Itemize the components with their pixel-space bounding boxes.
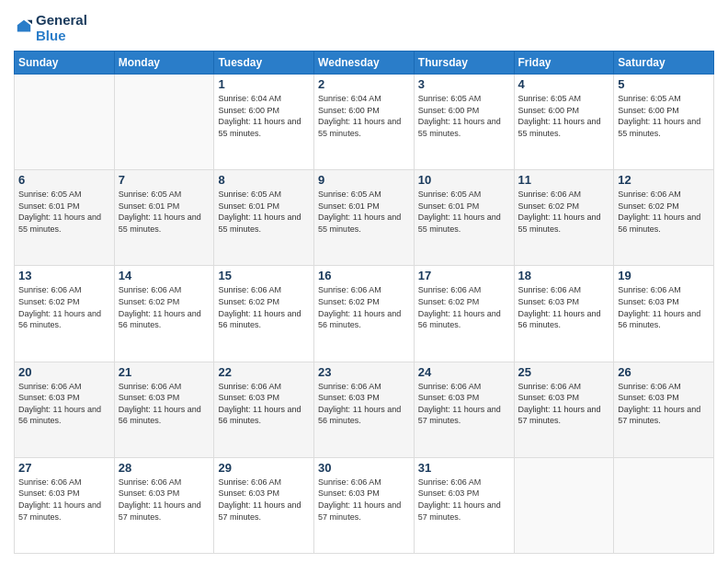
header-sunday: Sunday <box>15 52 115 75</box>
calendar-cell: 23Sunrise: 6:06 AMSunset: 6:03 PMDayligh… <box>314 362 415 457</box>
calendar-cell <box>514 457 614 553</box>
day-number: 31 <box>418 461 510 475</box>
day-number: 11 <box>518 173 610 187</box>
header-wednesday: Wednesday <box>314 52 415 75</box>
logo-line1: General <box>36 13 87 29</box>
calendar-row: 13Sunrise: 6:06 AMSunset: 6:02 PMDayligh… <box>15 266 714 362</box>
calendar-cell: 14Sunrise: 6:06 AMSunset: 6:02 PMDayligh… <box>114 266 214 362</box>
calendar-cell: 25Sunrise: 6:06 AMSunset: 6:03 PMDayligh… <box>514 362 614 457</box>
calendar-cell: 3Sunrise: 6:05 AMSunset: 6:00 PMDaylight… <box>414 75 514 170</box>
day-number: 2 <box>318 77 410 91</box>
header-friday: Friday <box>514 52 614 75</box>
calendar-row: 1Sunrise: 6:04 AMSunset: 6:00 PMDaylight… <box>15 75 714 170</box>
cell-info: Sunrise: 6:06 AMSunset: 6:03 PMDaylight:… <box>518 284 610 330</box>
page: General Blue SundayMondayTuesdayWednesda… <box>0 0 728 563</box>
calendar-cell: 28Sunrise: 6:06 AMSunset: 6:03 PMDayligh… <box>114 457 214 553</box>
cell-info: Sunrise: 6:06 AMSunset: 6:03 PMDaylight:… <box>119 381 210 427</box>
calendar-header-row: SundayMondayTuesdayWednesdayThursdayFrid… <box>15 52 714 75</box>
calendar-row: 20Sunrise: 6:06 AMSunset: 6:03 PMDayligh… <box>15 362 714 457</box>
day-number: 17 <box>418 269 510 282</box>
calendar-cell: 2Sunrise: 6:04 AMSunset: 6:00 PMDaylight… <box>314 75 415 170</box>
day-number: 10 <box>418 173 510 187</box>
calendar-cell: 24Sunrise: 6:06 AMSunset: 6:03 PMDayligh… <box>414 362 514 457</box>
day-number: 9 <box>318 173 410 187</box>
logo: General Blue <box>14 13 87 43</box>
day-number: 6 <box>18 173 110 187</box>
day-number: 28 <box>119 461 210 475</box>
calendar-cell: 29Sunrise: 6:06 AMSunset: 6:03 PMDayligh… <box>214 457 314 553</box>
day-number: 30 <box>318 461 410 475</box>
calendar-cell: 4Sunrise: 6:05 AMSunset: 6:00 PMDaylight… <box>514 75 614 170</box>
header: General Blue <box>14 9 714 43</box>
calendar-row: 27Sunrise: 6:06 AMSunset: 6:03 PMDayligh… <box>15 457 714 553</box>
day-number: 3 <box>418 77 510 91</box>
calendar-cell <box>15 75 115 170</box>
day-number: 12 <box>618 173 710 187</box>
day-number: 21 <box>119 365 210 379</box>
cell-info: Sunrise: 6:06 AMSunset: 6:03 PMDaylight:… <box>418 381 510 427</box>
cell-info: Sunrise: 6:06 AMSunset: 6:03 PMDaylight:… <box>318 477 410 523</box>
day-number: 1 <box>218 77 310 91</box>
day-number: 25 <box>518 365 610 379</box>
calendar-cell: 21Sunrise: 6:06 AMSunset: 6:03 PMDayligh… <box>114 362 214 457</box>
calendar-cell: 16Sunrise: 6:06 AMSunset: 6:02 PMDayligh… <box>314 266 415 362</box>
cell-info: Sunrise: 6:06 AMSunset: 6:02 PMDaylight:… <box>18 284 110 330</box>
calendar-cell: 12Sunrise: 6:06 AMSunset: 6:02 PMDayligh… <box>614 170 714 266</box>
header-monday: Monday <box>114 52 214 75</box>
day-number: 24 <box>418 365 510 379</box>
cell-info: Sunrise: 6:04 AMSunset: 6:00 PMDaylight:… <box>318 93 410 139</box>
cell-info: Sunrise: 6:05 AMSunset: 6:00 PMDaylight:… <box>618 93 710 139</box>
day-number: 23 <box>318 365 410 379</box>
header-saturday: Saturday <box>614 52 714 75</box>
calendar-cell: 9Sunrise: 6:05 AMSunset: 6:01 PMDaylight… <box>314 170 415 266</box>
day-number: 7 <box>119 173 210 187</box>
cell-info: Sunrise: 6:06 AMSunset: 6:03 PMDaylight:… <box>18 381 110 427</box>
cell-info: Sunrise: 6:05 AMSunset: 6:01 PMDaylight:… <box>318 189 410 235</box>
svg-marker-0 <box>17 19 30 31</box>
calendar-cell: 13Sunrise: 6:06 AMSunset: 6:02 PMDayligh… <box>15 266 115 362</box>
cell-info: Sunrise: 6:06 AMSunset: 6:03 PMDaylight:… <box>318 381 410 427</box>
cell-info: Sunrise: 6:06 AMSunset: 6:03 PMDaylight:… <box>119 477 210 523</box>
calendar-cell: 1Sunrise: 6:04 AMSunset: 6:00 PMDaylight… <box>214 75 314 170</box>
calendar-cell: 22Sunrise: 6:06 AMSunset: 6:03 PMDayligh… <box>214 362 314 457</box>
calendar-cell: 17Sunrise: 6:06 AMSunset: 6:02 PMDayligh… <box>414 266 514 362</box>
cell-info: Sunrise: 6:04 AMSunset: 6:00 PMDaylight:… <box>218 93 310 139</box>
cell-info: Sunrise: 6:05 AMSunset: 6:01 PMDaylight:… <box>18 189 110 235</box>
cell-info: Sunrise: 6:06 AMSunset: 6:02 PMDaylight:… <box>119 284 210 330</box>
cell-info: Sunrise: 6:06 AMSunset: 6:03 PMDaylight:… <box>218 477 310 523</box>
cell-info: Sunrise: 6:06 AMSunset: 6:03 PMDaylight:… <box>218 381 310 427</box>
day-number: 5 <box>618 77 710 91</box>
cell-info: Sunrise: 6:05 AMSunset: 6:01 PMDaylight:… <box>418 189 510 235</box>
calendar-table: SundayMondayTuesdayWednesdayThursdayFrid… <box>14 51 714 554</box>
calendar-cell: 26Sunrise: 6:06 AMSunset: 6:03 PMDayligh… <box>614 362 714 457</box>
day-number: 18 <box>518 269 610 282</box>
cell-info: Sunrise: 6:06 AMSunset: 6:03 PMDaylight:… <box>518 381 610 427</box>
day-number: 15 <box>218 269 310 282</box>
day-number: 8 <box>218 173 310 187</box>
day-number: 13 <box>18 269 110 282</box>
day-number: 14 <box>119 269 210 282</box>
cell-info: Sunrise: 6:06 AMSunset: 6:02 PMDaylight:… <box>518 189 610 235</box>
cell-info: Sunrise: 6:06 AMSunset: 6:02 PMDaylight:… <box>318 284 410 330</box>
calendar-cell: 31Sunrise: 6:06 AMSunset: 6:03 PMDayligh… <box>414 457 514 553</box>
day-number: 26 <box>618 365 710 379</box>
logo-icon <box>16 18 32 35</box>
calendar-cell: 11Sunrise: 6:06 AMSunset: 6:02 PMDayligh… <box>514 170 614 266</box>
cell-info: Sunrise: 6:06 AMSunset: 6:03 PMDaylight:… <box>18 477 110 523</box>
calendar-cell: 15Sunrise: 6:06 AMSunset: 6:02 PMDayligh… <box>214 266 314 362</box>
day-number: 20 <box>18 365 110 379</box>
calendar-cell: 6Sunrise: 6:05 AMSunset: 6:01 PMDaylight… <box>15 170 115 266</box>
day-number: 29 <box>218 461 310 475</box>
cell-info: Sunrise: 6:06 AMSunset: 6:03 PMDaylight:… <box>618 284 710 330</box>
cell-info: Sunrise: 6:06 AMSunset: 6:02 PMDaylight:… <box>618 189 710 235</box>
calendar-cell: 8Sunrise: 6:05 AMSunset: 6:01 PMDaylight… <box>214 170 314 266</box>
cell-info: Sunrise: 6:06 AMSunset: 6:02 PMDaylight:… <box>218 284 310 330</box>
calendar-cell: 30Sunrise: 6:06 AMSunset: 6:03 PMDayligh… <box>314 457 415 553</box>
calendar-cell <box>114 75 214 170</box>
cell-info: Sunrise: 6:06 AMSunset: 6:03 PMDaylight:… <box>418 477 510 523</box>
calendar-cell: 10Sunrise: 6:05 AMSunset: 6:01 PMDayligh… <box>414 170 514 266</box>
calendar-cell: 27Sunrise: 6:06 AMSunset: 6:03 PMDayligh… <box>15 457 115 553</box>
calendar-cell: 7Sunrise: 6:05 AMSunset: 6:01 PMDaylight… <box>114 170 214 266</box>
calendar-cell: 5Sunrise: 6:05 AMSunset: 6:00 PMDaylight… <box>614 75 714 170</box>
cell-info: Sunrise: 6:06 AMSunset: 6:02 PMDaylight:… <box>418 284 510 330</box>
